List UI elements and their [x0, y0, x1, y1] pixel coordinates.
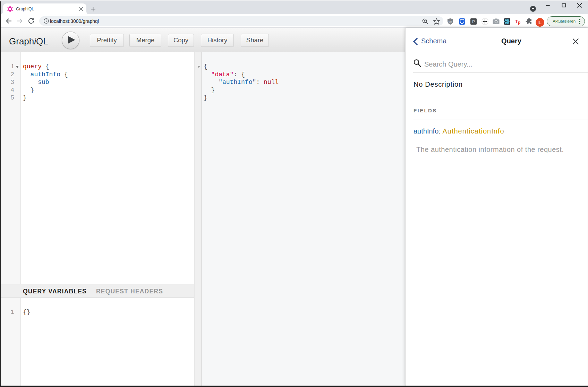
svg-text:P: P: [472, 19, 475, 24]
svg-text:p: p: [518, 20, 520, 25]
svg-text:uO: uO: [449, 20, 452, 23]
svg-text:T: T: [515, 18, 518, 24]
